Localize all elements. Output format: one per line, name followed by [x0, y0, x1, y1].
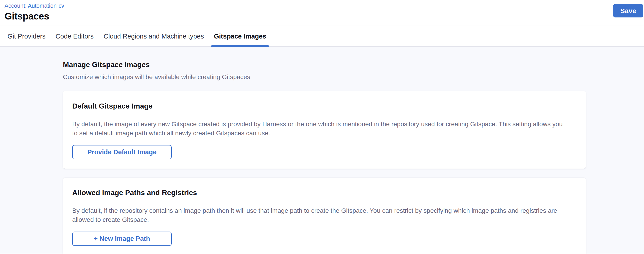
card-description: By default, the image of every new Gitsp… — [72, 120, 570, 138]
card-description: By default, if the repository contains a… — [72, 206, 570, 224]
default-gitspace-image-card: Default Gitspace Image By default, the i… — [63, 91, 586, 169]
page-header: Account: Automation-cv Gitspaces Save — [0, 0, 644, 26]
card-title: Allowed Image Paths and Registries — [72, 188, 576, 197]
account-breadcrumb-link[interactable]: Account: Automation-cv — [4, 2, 64, 9]
new-image-path-button[interactable]: + New Image Path — [72, 232, 172, 246]
card-title: Default Gitspace Image — [72, 102, 576, 111]
provide-default-image-button[interactable]: Provide Default Image — [72, 145, 172, 159]
save-button[interactable]: Save — [613, 4, 643, 17]
section-heading: Manage Gitspace Images — [63, 60, 586, 69]
tab-gitspace-images[interactable]: Gitspace Images — [214, 26, 266, 46]
tab-code-editors[interactable]: Code Editors — [56, 26, 94, 46]
page-title: Gitspaces — [4, 11, 644, 22]
section-subheading: Customize which images will be available… — [63, 73, 586, 81]
settings-tabbar: Git Providers Code Editors Cloud Regions… — [0, 26, 644, 47]
tab-cloud-regions-and-machine-types[interactable]: Cloud Regions and Machine types — [104, 26, 204, 46]
allowed-image-paths-card: Allowed Image Paths and Registries By de… — [63, 178, 586, 254]
tab-panel-gitspace-images: Manage Gitspace Images Customize which i… — [0, 47, 644, 254]
tab-git-providers[interactable]: Git Providers — [8, 26, 46, 46]
